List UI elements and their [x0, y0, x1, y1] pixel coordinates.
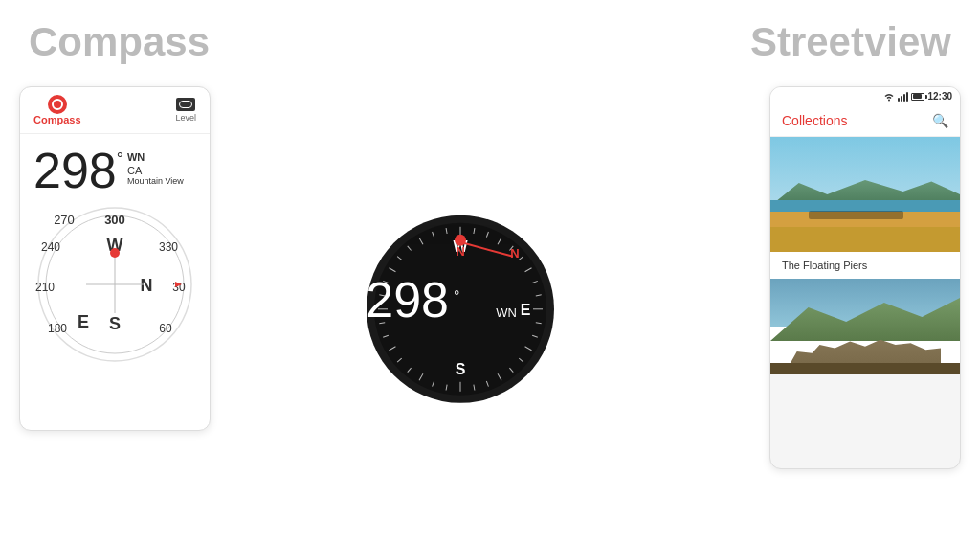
- sv-app-header: Collections 🔍: [770, 105, 960, 137]
- pier-scene: [770, 137, 960, 252]
- sv-status-icons: 12:30: [883, 91, 952, 102]
- degree-value: 298: [33, 146, 117, 195]
- degree-symbol: °: [117, 149, 123, 170]
- compass-tab-bar: Compass Level: [20, 87, 210, 134]
- state-text: CA: [127, 165, 184, 176]
- level-icon: [176, 98, 195, 111]
- sv-card-image-floating-piers: [770, 137, 960, 252]
- svg-text:E: E: [78, 312, 89, 331]
- compass-app-icon: [48, 95, 67, 114]
- compass-phone: Compass Level 298 ° WN CA Mountain View: [19, 86, 211, 431]
- sv-card-floating-piers[interactable]: The Floating Piers: [770, 137, 960, 279]
- streetview-phone: 12:30 Collections 🔍 The Floating Piers: [769, 86, 961, 469]
- battery-icon: [911, 93, 924, 101]
- svg-text:330: 330: [159, 240, 178, 254]
- sv-status-bar: 12:30: [770, 87, 960, 105]
- wifi-icon: [883, 92, 895, 102]
- svg-point-16: [110, 248, 120, 258]
- svg-text:210: 210: [35, 281, 55, 294]
- pier-foreground: [770, 227, 960, 252]
- svg-text:°: °: [454, 287, 459, 304]
- svg-text:N: N: [141, 276, 153, 295]
- svg-text:60: 60: [159, 322, 172, 335]
- svg-point-61: [455, 234, 466, 245]
- pier-people: [809, 211, 903, 220]
- svg-text:180: 180: [48, 322, 67, 335]
- svg-text:270: 270: [54, 213, 75, 227]
- sv-card-machu-picchu[interactable]: [770, 279, 960, 374]
- city-text: Mountain View: [127, 176, 184, 186]
- compass-reading: 298 ° WN CA Mountain View: [20, 134, 210, 195]
- sv-card-image-machu: [770, 279, 960, 374]
- sv-card-label-floating-piers: The Floating Piers: [770, 252, 960, 279]
- direction-abbr: WN: [127, 151, 184, 163]
- svg-text:S: S: [456, 360, 466, 376]
- svg-text:S: S: [109, 314, 121, 333]
- svg-text:300: 300: [104, 213, 125, 227]
- level-tab-label: Level: [175, 113, 196, 123]
- svg-text:30: 30: [172, 281, 186, 294]
- streetview-title: Streetview: [750, 19, 951, 65]
- svg-text:298: 298: [367, 271, 450, 327]
- level-tab[interactable]: Level: [175, 98, 196, 123]
- compass-title: Compass: [29, 19, 210, 65]
- svg-text:N: N: [457, 243, 465, 258]
- compass-tab-label[interactable]: Compass: [33, 114, 81, 125]
- status-time: 12:30: [927, 91, 952, 102]
- degree-display: 298 °: [33, 146, 123, 195]
- search-icon[interactable]: 🔍: [932, 113, 948, 128]
- streetview-section: Streetview: [490, 0, 980, 543]
- machu-scene: [770, 279, 960, 374]
- collections-title: Collections: [782, 113, 847, 128]
- machu-terrain: [770, 363, 960, 374]
- signal-bars: [898, 92, 908, 102]
- svg-text:240: 240: [41, 240, 60, 254]
- compass-dial: // Will render via JS below 300 330 30 6…: [20, 203, 210, 366]
